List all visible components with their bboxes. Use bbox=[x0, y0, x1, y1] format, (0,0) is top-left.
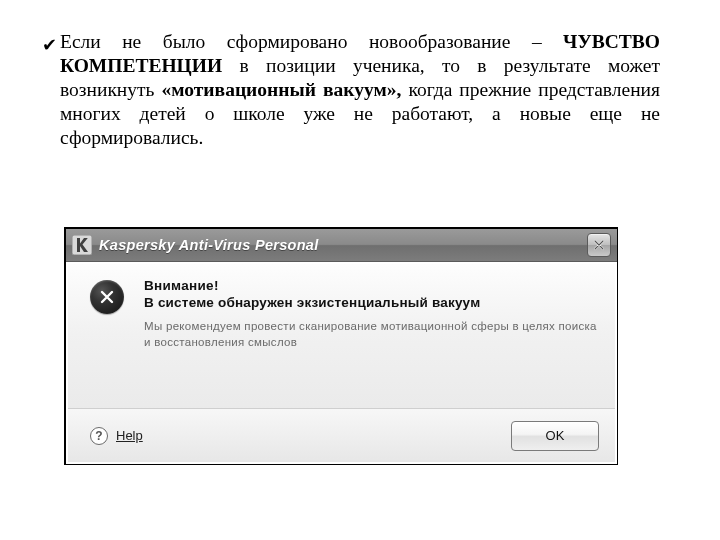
message-detail: Мы рекомендуем провести сканирование мот… bbox=[144, 318, 597, 350]
para-run-1: Если не было сформировано новообразовани… bbox=[60, 31, 563, 52]
titlebar[interactable]: Kaspersky Anti-Virus Personal bbox=[66, 229, 617, 262]
dialog-frame: Kaspersky Anti-Virus Personal bbox=[64, 227, 618, 465]
kaspersky-k-icon bbox=[72, 235, 92, 255]
dialog-footer: ? Help OK bbox=[68, 408, 615, 462]
help-group[interactable]: ? Help bbox=[90, 427, 511, 445]
checkmark-icon: ✔ bbox=[42, 34, 57, 56]
help-link[interactable]: Help bbox=[116, 428, 143, 443]
ok-button-label: OK bbox=[546, 428, 565, 443]
window-title: Kaspersky Anti-Virus Personal bbox=[99, 237, 587, 253]
dialog-content: Внимание! В системе обнаружен экзистенци… bbox=[66, 262, 617, 464]
close-icon bbox=[593, 239, 605, 251]
paragraph: Если не было сформировано новообразовани… bbox=[60, 30, 660, 150]
message-text: В системе обнаружен экзистенциальный вак… bbox=[144, 295, 597, 310]
alert-icon bbox=[90, 280, 124, 314]
close-button[interactable] bbox=[587, 233, 611, 257]
page-root: ✔ Если не было сформировано новообразова… bbox=[0, 0, 720, 540]
x-icon bbox=[99, 289, 115, 305]
dialog-window: Kaspersky Anti-Virus Personal bbox=[64, 227, 618, 465]
message-column: Внимание! В системе обнаружен экзистенци… bbox=[144, 278, 597, 350]
ok-button[interactable]: OK bbox=[511, 421, 599, 451]
help-icon: ? bbox=[90, 427, 108, 445]
bullet-paragraph-block: ✔ Если не было сформировано новообразова… bbox=[42, 30, 660, 150]
para-bold-2: «мотивационный вакуум», bbox=[162, 79, 402, 100]
message-row: Внимание! В системе обнаружен экзистенци… bbox=[68, 264, 615, 356]
attention-label: Внимание! bbox=[144, 278, 597, 293]
